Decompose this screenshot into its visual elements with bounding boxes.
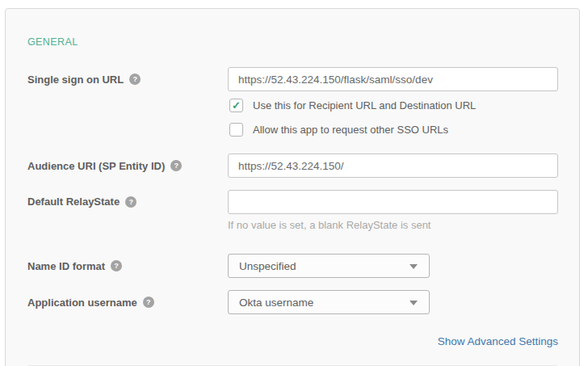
relay-state-hint: If no value is set, a blank RelayState i… [228,219,558,231]
relay-state-input[interactable] [228,190,558,214]
general-settings-panel: GENERAL Single sign on URL ? ✓ Use this … [5,8,580,366]
relay-state-row: Default RelayState ? If no value is set,… [27,190,558,231]
sso-url-row: Single sign on URL ? [27,67,558,91]
recipient-url-checkbox[interactable]: ✓ [229,99,243,112]
advanced-settings-link-row: Show Advanced Settings [27,334,558,348]
chevron-down-icon [410,264,418,269]
sso-url-input[interactable] [228,67,558,91]
application-username-help-icon[interactable]: ? [143,297,154,308]
sso-url-label: Single sign on URL [27,74,124,86]
name-id-format-value: Unspecified [239,260,296,272]
recipient-url-checkbox-label: Use this for Recipient URL and Destinati… [253,99,476,111]
sso-url-help-icon[interactable]: ? [129,74,141,85]
application-username-select[interactable]: Okta username [228,290,430,314]
audience-uri-help-icon[interactable]: ? [170,160,182,171]
other-sso-checkbox-row[interactable]: Allow this app to request other SSO URLs [229,123,558,137]
name-id-format-label: Name ID format [27,260,105,272]
relay-state-label: Default RelayState [27,196,120,208]
audience-uri-label: Audience URI (SP Entity ID) [27,160,165,172]
checkmark-icon: ✓ [232,100,241,111]
audience-uri-row: Audience URI (SP Entity ID) ? [27,154,558,178]
show-advanced-settings-link[interactable]: Show Advanced Settings [438,335,558,347]
chevron-down-icon [410,301,418,305]
name-id-format-select[interactable]: Unspecified [228,254,430,278]
application-username-value: Okta username [239,297,313,309]
application-username-row: Application username ? Okta username [27,290,558,314]
name-id-format-help-icon[interactable]: ? [111,260,122,271]
other-sso-checkbox-label: Allow this app to request other SSO URLs [253,124,448,136]
section-title: GENERAL [27,36,558,48]
name-id-format-row: Name ID format ? Unspecified [27,254,558,278]
other-sso-checkbox[interactable] [229,123,243,137]
relay-state-help-icon[interactable]: ? [125,196,136,208]
audience-uri-input[interactable] [228,154,558,178]
application-username-label: Application username [27,297,137,309]
recipient-url-checkbox-row[interactable]: ✓ Use this for Recipient URL and Destina… [229,99,558,112]
